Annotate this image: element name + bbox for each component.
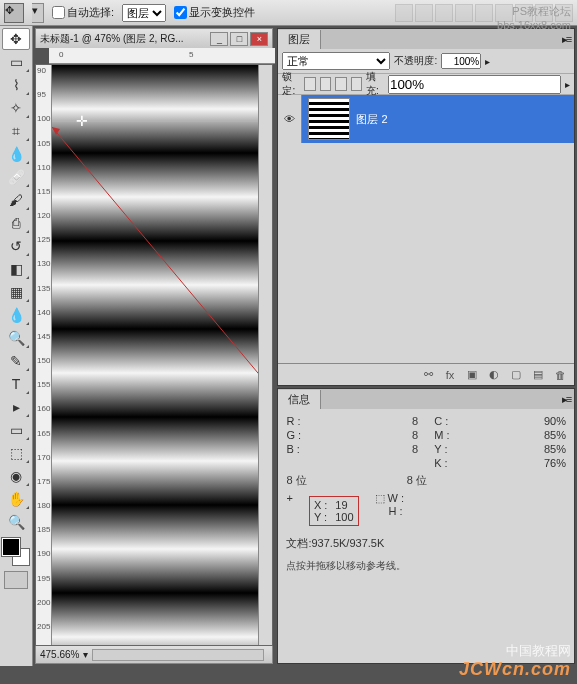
layer-mask-icon[interactable]: ▣: [464, 367, 480, 383]
close-button[interactable]: ×: [250, 32, 268, 46]
eraser-tool[interactable]: ◧: [2, 258, 30, 280]
eyedropper-tool[interactable]: 💧: [2, 143, 30, 165]
lock-pixels-icon[interactable]: [320, 77, 331, 91]
minimize-button[interactable]: _: [210, 32, 228, 46]
delete-layer-icon[interactable]: 🗑: [552, 367, 568, 383]
g-value: 8: [412, 429, 418, 441]
type-tool[interactable]: T: [2, 373, 30, 395]
link-layers-icon[interactable]: ⚯: [420, 367, 436, 383]
horizontal-ruler[interactable]: 0 5 0: [49, 48, 275, 64]
w-label: W :: [388, 492, 405, 504]
pen-tool[interactable]: ✎: [2, 350, 30, 372]
distribute-icon[interactable]: [515, 4, 533, 22]
vertical-scrollbar[interactable]: [258, 65, 272, 645]
zoom-tool[interactable]: 🔍: [2, 511, 30, 533]
clone-stamp-tool[interactable]: ⎙: [2, 212, 30, 234]
quick-mask-toggle[interactable]: [4, 571, 28, 589]
layer-fx-icon[interactable]: fx: [442, 367, 458, 383]
info-hint-text: 点按并拖移以移动参考线。: [286, 559, 566, 573]
info-tab[interactable]: 信息: [278, 390, 321, 409]
auto-select-checkbox[interactable]: 自动选择:: [52, 5, 114, 20]
new-layer-icon[interactable]: ▤: [530, 367, 546, 383]
move-tool-preview: ✥: [4, 3, 24, 23]
align-icon[interactable]: [435, 4, 453, 22]
foreground-color[interactable]: [2, 538, 20, 556]
info-panel: 信息 ▸≡ R :8 C :90% G :8 M :85% B :8 Y :85…: [277, 388, 575, 664]
document-title: 未标题-1 @ 476% (图层 2, RG...: [40, 32, 184, 46]
hand-tool[interactable]: ✋: [2, 488, 30, 510]
magic-wand-tool[interactable]: ✧: [2, 97, 30, 119]
show-transform-checkbox[interactable]: 显示变换控件: [174, 5, 255, 20]
dodge-tool[interactable]: 🔍: [2, 327, 30, 349]
crosshair-icon: +: [286, 492, 292, 504]
m-value: 85%: [544, 429, 566, 441]
path-selection-tool[interactable]: ▸: [2, 396, 30, 418]
m-label: M :: [434, 429, 449, 441]
x-label: X :: [314, 499, 327, 511]
adjustment-layer-icon[interactable]: ◐: [486, 367, 502, 383]
align-icon[interactable]: [415, 4, 433, 22]
lock-transparency-icon[interactable]: [304, 77, 315, 91]
b-value: 8: [412, 443, 418, 455]
3d-tool[interactable]: ⬚: [2, 442, 30, 464]
align-distribute-group: [395, 4, 573, 22]
layer-group-icon[interactable]: ▢: [508, 367, 524, 383]
layer-row[interactable]: 👁 图层 2: [278, 95, 574, 143]
align-icon[interactable]: [475, 4, 493, 22]
zoom-level[interactable]: 475.66%: [40, 649, 79, 660]
tool-preset-dropdown[interactable]: ▾: [32, 3, 44, 23]
maximize-button[interactable]: □: [230, 32, 248, 46]
opacity-input[interactable]: [441, 53, 481, 69]
color-swatches[interactable]: [2, 538, 30, 566]
x-value: 19: [335, 499, 347, 511]
history-brush-tool[interactable]: ↺: [2, 235, 30, 257]
layer-name[interactable]: 图层 2: [356, 112, 387, 127]
b-label: B :: [286, 443, 299, 455]
fill-input[interactable]: [388, 75, 561, 94]
show-transform-check[interactable]: [174, 6, 187, 19]
visibility-toggle-icon[interactable]: 👁: [278, 95, 302, 143]
document-titlebar[interactable]: 未标题-1 @ 476% (图层 2, RG... _ □ ×: [35, 28, 273, 48]
vertical-ruler[interactable]: 90 95 100 105 110 115 120 125 130 135 14…: [36, 65, 52, 645]
panel-menu-icon[interactable]: ▸≡: [558, 393, 574, 406]
r-value: 8: [412, 415, 418, 427]
crop-tool[interactable]: ⌗: [2, 120, 30, 142]
ypos-value: 100: [335, 511, 353, 523]
3d-camera-tool[interactable]: ◉: [2, 465, 30, 487]
opacity-arrow-icon[interactable]: ▸: [485, 56, 490, 67]
lock-position-icon[interactable]: [335, 77, 346, 91]
document-size: 文档:937.5K/937.5K: [286, 536, 566, 551]
horizontal-scrollbar[interactable]: [92, 649, 264, 661]
align-icon[interactable]: [495, 4, 513, 22]
tools-panel: ✥ ▭ ⌇ ✧ ⌗ 💧 🩹 🖌 ⎙ ↺ ◧ ▦ 💧 🔍 ✎ T ▸ ▭ ⬚ ◉ …: [0, 26, 33, 666]
panel-menu-icon[interactable]: ▸≡: [558, 33, 574, 46]
layer-list: 👁 图层 2: [278, 95, 574, 363]
lasso-tool[interactable]: ⌇: [2, 74, 30, 96]
zoom-dropdown-icon[interactable]: ▾: [83, 649, 88, 660]
document-status-bar: 475.66% ▾: [35, 646, 273, 664]
shape-tool[interactable]: ▭: [2, 419, 30, 441]
move-tool[interactable]: ✥: [2, 28, 30, 50]
y-value: 85%: [544, 443, 566, 455]
ypos-label: Y :: [314, 511, 327, 523]
h-label: H :: [389, 505, 403, 517]
layers-tab[interactable]: 图层: [278, 30, 321, 49]
brush-tool[interactable]: 🖌: [2, 189, 30, 211]
fill-arrow-icon[interactable]: ▸: [565, 79, 570, 90]
gradient-tool[interactable]: ▦: [2, 281, 30, 303]
distribute-icon[interactable]: [535, 4, 553, 22]
r-label: R :: [286, 415, 300, 427]
align-icon[interactable]: [455, 4, 473, 22]
marquee-tool[interactable]: ▭: [2, 51, 30, 73]
layer-thumbnail[interactable]: [308, 98, 350, 140]
lock-all-icon[interactable]: [351, 77, 362, 91]
auto-select-target[interactable]: 图层: [122, 4, 166, 22]
distribute-icon[interactable]: [555, 4, 573, 22]
healing-brush-tool[interactable]: 🩹: [2, 166, 30, 188]
auto-select-check[interactable]: [52, 6, 65, 19]
canvas[interactable]: ✛: [52, 65, 258, 645]
blend-mode-select[interactable]: 正常: [282, 52, 390, 70]
align-icon[interactable]: [395, 4, 413, 22]
canvas-content: [52, 65, 258, 645]
blur-tool[interactable]: 💧: [2, 304, 30, 326]
